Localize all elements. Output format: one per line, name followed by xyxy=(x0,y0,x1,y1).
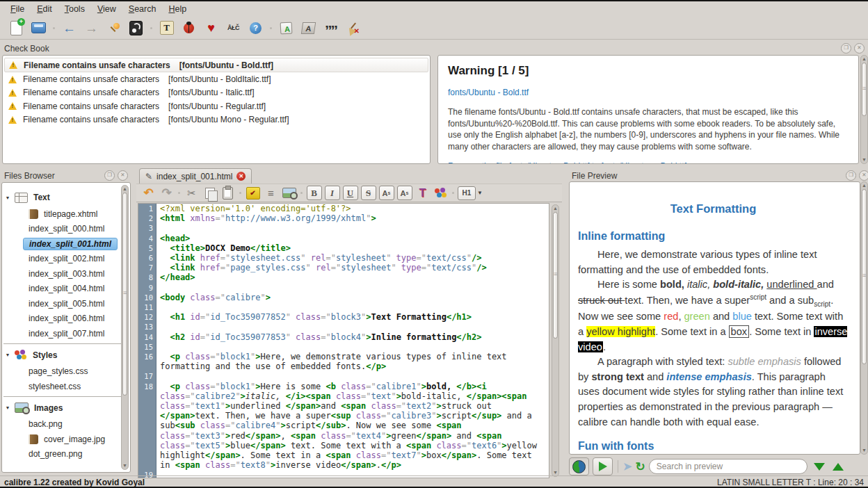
strike-icon[interactable]: S xyxy=(360,186,376,201)
file-item-index_split_000.html[interactable]: index_split_000.html xyxy=(2,222,127,237)
section-images[interactable]: ▼Images xyxy=(2,399,127,417)
font-tile-icon[interactable]: T xyxy=(157,19,176,38)
check-book-icon[interactable] xyxy=(127,19,145,38)
warning-scrollbar[interactable]: ▲ ▼ xyxy=(860,55,868,164)
close-dock-icon[interactable]: ✕ xyxy=(854,43,865,54)
find-next-icon[interactable] xyxy=(814,463,825,471)
menu-view[interactable]: View xyxy=(91,3,122,15)
pin-icon[interactable] xyxy=(104,19,123,38)
bold-icon[interactable]: B xyxy=(306,186,322,201)
find-previous-icon[interactable] xyxy=(833,463,844,471)
heading-select-dropdown[interactable]: H1▼ xyxy=(458,186,483,200)
preview-scrollbar-thumb[interactable] xyxy=(862,189,867,364)
warning-file-link[interactable]: fonts/Ubuntu - Bold.ttf xyxy=(448,88,849,97)
file-item-back.png[interactable]: back.png xyxy=(2,417,127,432)
spellcheck-glyph: ÅŁČ xyxy=(227,24,239,31)
file-item-index_split_002.html[interactable]: index_split_002.html xyxy=(2,252,127,267)
cleanup-icon[interactable]: ✕ xyxy=(344,19,362,38)
close-dock-icon[interactable]: ✕ xyxy=(118,170,128,181)
subscript-icon[interactable]: As xyxy=(378,186,394,201)
code-line: 10<body class="calibre"> xyxy=(138,293,549,302)
bug-glyph xyxy=(184,23,194,33)
check-book-item[interactable]: Filename contains unsafe characters[font… xyxy=(4,72,428,86)
files-scrollbar[interactable]: ▲ ▼ xyxy=(121,185,129,470)
forward-icon[interactable]: → xyxy=(82,19,101,38)
float-dock-icon[interactable]: ❐ xyxy=(104,170,115,181)
file-item-titlepage.xhtml[interactable]: titlepage.xhtml xyxy=(2,206,127,222)
styles-paint-icon[interactable] xyxy=(433,186,449,201)
section-text[interactable]: ▼Text xyxy=(2,188,127,206)
line-number: 16 xyxy=(138,352,156,371)
paste-icon[interactable] xyxy=(220,186,236,201)
new-file-icon[interactable]: + xyxy=(7,19,26,38)
sync-position-icon[interactable]: ➤ xyxy=(623,460,632,473)
section-styles[interactable]: ▼Styles xyxy=(2,346,127,364)
check-book-item[interactable]: Filename contains unsafe characters[font… xyxy=(4,86,428,99)
file-item-index_split_004.html[interactable]: index_split_004.html xyxy=(2,282,127,297)
donate-icon[interactable]: ♥ xyxy=(202,19,220,38)
check-book-item[interactable]: Filename contains unsafe characters[font… xyxy=(4,113,428,127)
editor-scrollbar-thumb[interactable] xyxy=(553,212,558,339)
spellcheck-icon[interactable]: ÅŁČ xyxy=(224,19,243,38)
undo-icon[interactable]: ↶ xyxy=(140,186,156,201)
check-book-list[interactable]: Filename contains unsafe characters[font… xyxy=(2,55,431,164)
back-icon[interactable]: ← xyxy=(60,19,79,38)
subset-fonts-icon[interactable]: A xyxy=(299,19,318,38)
copy-icon[interactable] xyxy=(202,186,218,201)
italic-icon[interactable]: I xyxy=(324,186,340,201)
underline-icon[interactable]: U xyxy=(342,186,358,201)
warning-rename-link[interactable]: Rename the file fonts/Ubuntu - Bold.ttf … xyxy=(448,161,849,164)
special-chars-icon[interactable]: T xyxy=(415,186,431,201)
file-item-index_split_001.html[interactable]: index_split_001.html xyxy=(2,236,127,252)
warning-scrollbar-thumb[interactable] xyxy=(862,63,867,116)
file-name: index_split_007.html xyxy=(29,329,104,339)
menu-tools[interactable]: Tools xyxy=(58,3,91,15)
code-line: 12 <h1 id="id_Toc359077852" class="block… xyxy=(138,312,549,322)
smart-quotes-icon[interactable]: ”” xyxy=(321,19,340,38)
file-item-page_styles.css[interactable]: page_styles.css xyxy=(2,364,127,380)
toolbar-separator xyxy=(270,27,272,29)
help-icon[interactable]: ? xyxy=(246,19,265,38)
close-dock-icon[interactable]: ✕ xyxy=(859,170,868,181)
tab-close-icon[interactable]: ✕ xyxy=(236,172,246,181)
run-preview-button[interactable] xyxy=(593,457,613,475)
menu-edit[interactable]: Edit xyxy=(31,3,58,15)
float-dock-icon[interactable]: ❐ xyxy=(841,43,851,54)
file-item-index_split_005.html[interactable]: index_split_005.html xyxy=(2,296,127,311)
menu-search[interactable]: Search xyxy=(122,3,163,15)
menu-help[interactable]: Help xyxy=(162,3,193,15)
source-lines-icon[interactable]: ≡ xyxy=(263,186,279,201)
tree-separator xyxy=(3,343,127,344)
file-item-index_split_003.html[interactable]: index_split_003.html xyxy=(2,266,127,282)
arrange-icon[interactable]: A xyxy=(277,19,296,38)
file-item-index_split_007.html[interactable]: index_split_007.html xyxy=(2,326,127,341)
insert-image-icon[interactable] xyxy=(281,186,297,201)
auto-reload-toggle-button[interactable] xyxy=(569,457,589,475)
tab-index-split-001[interactable]: ✎ index_split_001.html ✕ xyxy=(139,168,252,184)
html-check-icon[interactable]: ✔ xyxy=(245,186,261,201)
redo-icon[interactable]: ↷ xyxy=(159,186,175,201)
file-item-dot_green.png[interactable]: dot_green.png xyxy=(2,447,127,462)
menu-file[interactable]: File xyxy=(4,3,31,15)
save-icon[interactable] xyxy=(29,19,48,38)
chevron-down-icon: ▼ xyxy=(2,195,13,200)
code-line: 1<?xml version='1.0' encoding='utf-8'?> xyxy=(138,204,549,213)
preview-scrollbar[interactable]: ▲ ▼ xyxy=(860,181,868,455)
toolbar-separator xyxy=(452,192,454,194)
toolbar-separator xyxy=(239,192,241,194)
check-book-item[interactable]: Filename contains unsafe characters[font… xyxy=(4,58,428,72)
check-book-item[interactable]: Filename contains unsafe characters[font… xyxy=(4,99,428,113)
files-scrollbar-thumb[interactable] xyxy=(122,193,127,396)
superscript-icon[interactable]: As xyxy=(396,186,412,201)
code-editor[interactable]: 1<?xml version='1.0' encoding='utf-8'?>2… xyxy=(138,203,549,478)
refresh-preview-icon[interactable]: ↻ xyxy=(636,459,645,474)
float-dock-icon[interactable]: ❐ xyxy=(846,170,856,181)
file-item-index_split_006.html[interactable]: index_split_006.html xyxy=(2,311,127,327)
file-item-stylesheet.css[interactable]: stylesheet.css xyxy=(2,379,127,394)
smart-quotes-glyph: ”” xyxy=(325,22,337,33)
editor-scrollbar[interactable]: ▲ ▼ xyxy=(552,204,559,477)
debug-icon[interactable] xyxy=(179,19,198,38)
cut-icon[interactable]: ✂ xyxy=(184,186,200,201)
search-in-preview-input[interactable] xyxy=(649,459,807,474)
file-item-cover_image.jpg[interactable]: cover_image.jpg xyxy=(2,432,127,447)
